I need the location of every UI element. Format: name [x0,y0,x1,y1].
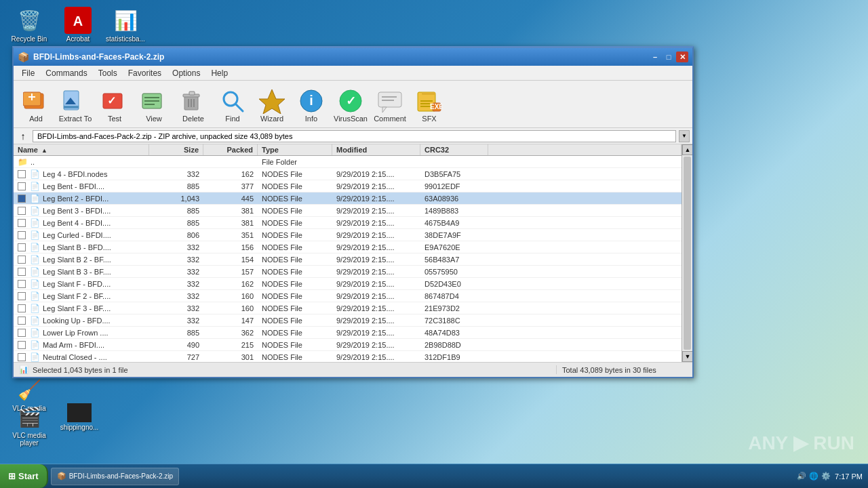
tray-icon-1: 🔊 [797,472,806,481]
cell-size: 332 [149,304,203,313]
toolbar-add-button[interactable]: Add [16,83,56,126]
toolbar-comment-button[interactable]: Comment [370,83,410,126]
table-row[interactable]: 📄 Neutral Closed - .... 727 301 NODES Fi… [14,351,682,362]
col-name-header[interactable]: Name ▲ [14,144,149,155]
svg-rect-14 [144,104,155,105]
row-checkbox[interactable] [18,256,26,264]
row-checkbox[interactable] [18,304,26,312]
row-checkbox[interactable] [18,280,26,288]
cell-packed [203,161,258,163]
restore-button[interactable]: □ [663,52,675,62]
svg-rect-33 [422,92,435,95]
minimize-button[interactable]: – [649,52,661,62]
file-icon: 📄 [30,267,40,277]
address-field: BFDI-Limbs-and-Faces-Pack-2.zip - ZIP ar… [33,130,676,142]
close-button[interactable]: ✕ [676,52,688,62]
menu-help[interactable]: Help [205,67,233,79]
col-type-header[interactable]: Type [258,144,332,155]
toolbar-info-button[interactable]: i Info [292,83,331,126]
svg-rect-17 [189,92,195,95]
toolbar-find-button[interactable]: Find [213,83,252,126]
file-list-container: Name ▲ Size Packed Type Modified CRC32 📁… [14,144,692,362]
table-row[interactable]: 📁 .. File Folder [14,156,682,168]
file-list[interactable]: Name ▲ Size Packed Type Modified CRC32 📁… [14,144,682,362]
row-checkbox[interactable] [18,195,26,203]
scrollbar[interactable]: ▲ ▼ [682,144,692,362]
row-checkbox[interactable] [18,207,26,215]
menu-favorites[interactable]: Favorites [123,67,167,79]
menu-tools[interactable]: Tools [93,67,123,79]
toolbar-wizard-button[interactable]: Wizard [252,83,292,126]
row-checkbox[interactable] [18,329,26,337]
toolbar-virusscan-button[interactable]: ✓ VirusScan [331,83,370,126]
cell-size: 727 [149,352,203,362]
row-checkbox[interactable] [18,353,26,361]
winrar-window: 📦 BFDI-Limbs-and-Faces-Pack-2.zip – □ ✕ … [12,46,694,378]
cell-modified: 9/29/2019 2:15.... [332,340,420,350]
row-checkbox[interactable] [18,317,26,325]
extract-label: Extract To [59,115,92,123]
test-label: Test [108,115,121,123]
cell-name: 📄 Neutral Closed - .... [14,352,149,363]
row-checkbox[interactable] [18,231,26,239]
svg-text:i: i [309,93,313,108]
statisticsba-label: statisticsba... [106,35,145,43]
scroll-down-button[interactable]: ▼ [682,351,692,362]
table-row[interactable]: 📄 Leg Slant B - BFD.... 332 156 NODES Fi… [14,241,682,253]
table-row[interactable]: 📄 Mad Arm - BFDI.... 490 215 NODES File … [14,339,682,351]
cell-packed: 154 [203,255,258,264]
svg-rect-5 [31,94,33,100]
table-row[interactable]: 📄 Leg Slant B 2 - BF.... 332 154 NODES F… [14,253,682,266]
toolbar-sfx-button[interactable]: EXE SFX [410,83,449,126]
menu-commands[interactable]: Commands [40,67,92,79]
col-packed-header[interactable]: Packed [203,144,258,155]
col-size-header[interactable]: Size [149,144,203,155]
row-checkbox[interactable] [18,341,26,349]
table-row[interactable]: 📄 Lower Lip Frown .... 885 362 NODES Fil… [14,327,682,339]
table-row[interactable]: 📄 Leg 4 - BFDI.nodes 332 162 NODES File … [14,168,682,180]
scroll-up-button[interactable]: ▲ [682,144,692,155]
address-dropdown-button[interactable]: ▼ [679,130,690,142]
col-crc-header[interactable]: CRC32 [420,144,488,155]
row-checkbox[interactable] [18,268,26,276]
table-row[interactable]: 📄 Leg Bent 4 - BFDI.... 885 381 NODES Fi… [14,217,682,229]
scroll-thumb[interactable] [684,157,691,350]
add-label: Add [29,115,43,123]
row-checkbox[interactable] [18,292,26,300]
row-checkbox[interactable] [18,170,26,178]
title-bar-buttons: – □ ✕ [649,52,688,62]
table-row[interactable]: 📄 Leg Slant F 2 - BF.... 332 160 NODES F… [14,290,682,302]
tray-icon-3: ⚙️ [821,472,831,481]
table-row[interactable]: 📄 Leg Slant B 3 - BF.... 332 157 NODES F… [14,266,682,278]
taskbar-item-winrar[interactable]: 📦 BFDI-Limbs-and-Faces-Pack-2.zip [51,468,179,485]
toolbar-delete-button[interactable]: Delete [174,83,213,126]
toolbar-extract-button[interactable]: Extract To [56,83,95,126]
table-row[interactable]: 📄 Leg Slant F - BFD.... 332 162 NODES Fi… [14,278,682,290]
address-up-button[interactable]: ↑ [16,130,30,142]
cell-type: NODES File [258,340,332,350]
desktop-icon-vlc[interactable]: 🎬 VLC media player [5,403,53,447]
desktop-icon-shippingno[interactable]: shippingno... [56,403,103,431]
winrar-title-icon: 📦 [18,52,29,62]
cell-crc: 21E973D2 [420,304,488,313]
table-row[interactable]: 📄 Leg Bent - BFDI.... 885 377 NODES File… [14,180,682,192]
table-row[interactable]: 📄 Leg Bent 2 - BFDI... 1,043 445 NODES F… [14,192,682,205]
file-icon: 📄 [30,206,40,216]
table-row[interactable]: 📄 Leg Slant F 3 - BF.... 332 160 NODES F… [14,302,682,314]
row-checkbox[interactable] [18,243,26,251]
start-button[interactable]: ⊞ Start [0,464,48,488]
desktop-icon-acrobat[interactable]: A Acrobat [54,7,102,43]
col-modified-header[interactable]: Modified [332,144,420,155]
table-row[interactable]: 📄 Leg Curled - BFDI.... 806 351 NODES Fi… [14,229,682,241]
menu-options[interactable]: Options [167,67,205,79]
table-row[interactable]: 📄 Leg Bent 3 - BFDI.... 885 381 NODES Fi… [14,205,682,217]
toolbar-test-button[interactable]: ✓ Test [95,83,134,126]
menu-file[interactable]: File [16,67,40,79]
row-checkbox[interactable] [18,182,26,190]
row-checkbox[interactable] [18,219,26,227]
desktop-icon-recycle-bin[interactable]: 🗑️ Recycle Bin [5,7,53,43]
table-row[interactable]: 📄 Looking Up - BFD.... 332 147 NODES Fil… [14,314,682,327]
desktop-icon-statisticsba[interactable]: 📊 statisticsba... [102,7,149,43]
cell-modified: 9/29/2019 2:15.... [332,316,420,325]
toolbar-view-button[interactable]: View [134,83,174,126]
